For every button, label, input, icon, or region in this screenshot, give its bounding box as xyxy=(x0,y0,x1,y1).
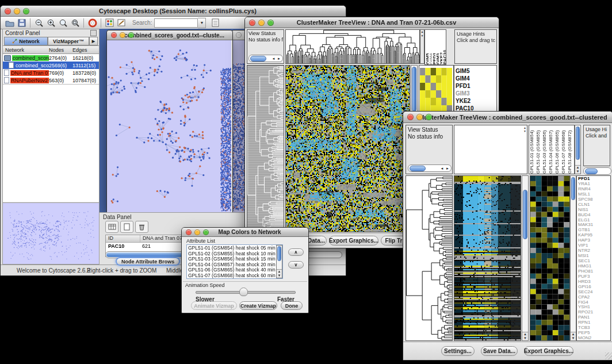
gene-label[interactable]: NIS1 xyxy=(578,207,610,212)
tv2-save-data-button[interactable]: Save Data... xyxy=(481,346,518,356)
scroll-arrows-icon[interactable]: ◄ ► xyxy=(271,57,282,60)
gene-label[interactable]: SPC98 xyxy=(578,197,610,202)
gene-label[interactable]: PHO81 xyxy=(578,269,610,274)
gene-label[interactable]: PUF3 xyxy=(578,274,610,279)
tab-network[interactable]: Network xyxy=(4,37,48,45)
col-header-edges[interactable]: Edges xyxy=(72,47,99,53)
gene-label[interactable]: GTB1 xyxy=(578,227,610,232)
search-dropdown-icon[interactable]: ▼ xyxy=(198,18,206,28)
select-attributes-icon[interactable] xyxy=(105,221,118,233)
zoom-window-icon[interactable] xyxy=(23,8,29,14)
tv2-settings-button[interactable]: Settings... xyxy=(441,346,475,356)
tv2-hints-scrollbar[interactable] xyxy=(583,167,611,175)
tv2-zoom-view-panel[interactable] xyxy=(530,175,570,341)
gene-label[interactable]: ELG1 xyxy=(578,217,610,223)
tv2-col-label[interactable]: GPL51-08 (GSM872) xyxy=(567,125,573,174)
gene-label[interactable]: PEP5 xyxy=(578,330,610,335)
open-session-icon[interactable] xyxy=(3,17,16,28)
col-header-network[interactable]: Network xyxy=(3,47,49,53)
gene-label[interactable]: YSH1 xyxy=(578,304,610,309)
close-icon[interactable] xyxy=(5,8,11,14)
tv1-export-graphics-button[interactable]: Export Graphics... xyxy=(329,236,378,246)
gene-label[interactable]: BUD4 xyxy=(578,212,610,217)
zoom-window-icon[interactable] xyxy=(128,32,134,38)
tv1-row-label[interactable]: PFD1 xyxy=(454,82,496,90)
tab-vizmapper[interactable]: VizMapper™ xyxy=(48,37,89,45)
move-down-button[interactable]: ∨ xyxy=(288,261,304,269)
tv2-col-label[interactable]: GPL51-07 (GSM868) xyxy=(561,125,567,174)
close-icon[interactable] xyxy=(111,32,117,38)
gene-label[interactable]: GPI16 xyxy=(578,284,610,289)
gene-label[interactable]: PAN1 xyxy=(578,315,610,320)
search-input[interactable] xyxy=(154,18,198,28)
tv2-col-label[interactable]: GPL51-02 (GSM855) xyxy=(536,125,542,174)
scroll-arrows-icon[interactable]: ◄ ► xyxy=(440,167,451,170)
minimize-icon[interactable] xyxy=(258,20,265,26)
zoom-out-icon[interactable] xyxy=(33,17,45,28)
network-row[interactable]: DNA and Tran 07 769(0) 183728(0) xyxy=(3,69,99,76)
close-icon[interactable] xyxy=(236,32,242,38)
gene-label[interactable]: TCB3 xyxy=(578,325,610,330)
attribute-list-item[interactable]: GPL51-02 (GSM855) heat shock 10 min xyxy=(188,251,281,257)
tv2-status-scrollbar[interactable]: ◄ ► xyxy=(408,164,452,172)
tv1-row-label[interactable]: YKE2 xyxy=(454,97,496,105)
tv2-heatmap-panel[interactable] xyxy=(454,175,521,341)
tab-overflow-button[interactable]: ▶ xyxy=(89,37,98,45)
gene-label[interactable]: HAP3 xyxy=(578,237,610,243)
close-icon[interactable] xyxy=(407,114,414,120)
gene-label[interactable]: VIP1 xyxy=(578,243,610,248)
tv1-status-scrollbar[interactable]: ◄ ► xyxy=(248,55,283,62)
tv1-row-label[interactable]: GIM5 xyxy=(454,67,496,75)
network-row[interactable]: RNAPuberNov2+ 563(0) 107847(0) xyxy=(3,76,99,84)
gene-label[interactable]: PFD1 xyxy=(578,176,610,181)
gene-label[interactable]: HMG1 xyxy=(578,263,610,269)
vizmap-colors-icon[interactable] xyxy=(104,17,116,28)
resize-grip[interactable] xyxy=(605,352,612,359)
tv1-row-label[interactable]: GIM3 xyxy=(454,90,496,97)
gene-label[interactable]: CLN1 xyxy=(578,202,610,207)
minimize-icon[interactable] xyxy=(14,8,20,14)
gene-label[interactable]: NTR2 xyxy=(578,248,610,253)
zoom-window-icon[interactable] xyxy=(203,229,209,235)
tv2-export-graphics-button[interactable]: Export Graphics... xyxy=(524,346,573,356)
zoom-window-icon[interactable] xyxy=(426,114,432,120)
network-view-canvas[interactable] xyxy=(107,40,231,212)
dialog-titlebar[interactable]: Map Colors to Network xyxy=(182,228,308,237)
tv2-col-label[interactable]: GPL51-06 (GSM865) xyxy=(554,125,561,174)
tv2-heatmap-vscrollbar[interactable]: ▲▼ xyxy=(522,175,529,341)
col-header-nodes[interactable]: Nodes xyxy=(49,47,72,53)
gene-label[interactable]: MAK31 xyxy=(578,222,610,227)
tv1-heatmap-panel[interactable] xyxy=(285,65,410,232)
tv1-col-label[interactable]: PAC10 xyxy=(442,30,446,64)
gene-label[interactable]: HRD3 xyxy=(578,279,610,284)
gene-label[interactable]: RPO21 xyxy=(578,309,610,315)
attribute-list-item[interactable]: GPL51-01 (GSM854) heat shock 05 min xyxy=(188,246,281,251)
network-row[interactable]: combined_sco 2569(6) 13112(15) xyxy=(3,62,99,69)
window-controls[interactable] xyxy=(5,8,29,14)
node-attribute-browser-button[interactable]: Node Attribute Brows xyxy=(116,257,180,266)
tv2-col-scroll-arrows[interactable]: ▲▼ xyxy=(523,126,526,133)
tv2-col-label[interactable]: GPL51-01 (GSM854) xyxy=(529,125,536,174)
gene-label[interactable]: RNR4 xyxy=(578,186,610,191)
done-button[interactable]: Done xyxy=(281,301,303,310)
annotation-icon[interactable] xyxy=(116,17,128,28)
gene-label[interactable]: YRA1 xyxy=(578,181,610,186)
scroll-arrows-icon[interactable]: ▲▼ xyxy=(575,165,580,174)
tv2-col-label-scrollbar[interactable]: ▲▼ xyxy=(575,125,581,174)
attribute-list-scrollbar[interactable]: ▲▼ xyxy=(276,245,282,278)
scroll-arrows-icon[interactable]: ▲▼ xyxy=(571,332,576,340)
save-session-icon[interactable] xyxy=(16,17,28,28)
tv1-col-scroll-arrows[interactable]: ▲▼ xyxy=(420,29,424,64)
attribute-list-item[interactable]: GPL51-06 (GSM865) heat shock 40 min xyxy=(188,267,281,273)
move-up-button[interactable]: ∧ xyxy=(288,248,304,256)
scroll-arrows-icon[interactable]: ▲▼ xyxy=(522,332,528,340)
tv2-col-label[interactable]: GPL51-04 (GSM857) xyxy=(548,125,554,174)
tv1-row-dendrogram-panel[interactable] xyxy=(247,65,284,232)
gene-label[interactable]: RPN1 xyxy=(578,320,610,325)
gene-label[interactable]: MON2 xyxy=(578,335,610,340)
tv1-row-label[interactable]: GIM4 xyxy=(454,75,496,82)
tv2-titlebar[interactable]: ClusterMaker TreeView : combined_scores_… xyxy=(403,112,612,123)
attr-col-id[interactable]: ID xyxy=(106,235,140,242)
help-lifering-icon[interactable] xyxy=(86,17,98,28)
zoom-window-icon[interactable] xyxy=(267,20,274,26)
